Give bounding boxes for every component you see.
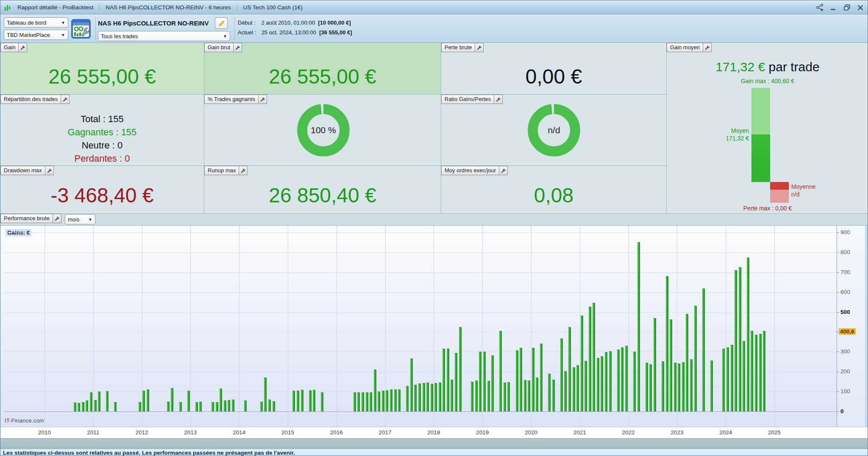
gain-bar: [459, 327, 462, 411]
gain-bar: [273, 401, 275, 411]
card-gain-brut-label: Gain brut: [205, 43, 233, 52]
window-title: Rapport détaillé - ProBacktest: [11, 4, 99, 11]
wrench-icon[interactable]: [45, 166, 53, 175]
x-tick-label: 2022: [615, 429, 642, 436]
moyen-label: Moyen 171,32 €: [726, 127, 749, 142]
gain-bar: [694, 306, 697, 411]
gain-bar: [625, 346, 628, 411]
gain-bar: [731, 345, 733, 411]
right-scroll-strip[interactable]: [865, 226, 868, 427]
repartition-rows: Total : 155Gagnantes : 155Neutre : 0Perd…: [0, 112, 204, 165]
gain-bar: [386, 390, 388, 411]
watermark: IT-Finance.com: [5, 417, 44, 424]
gain-bar: [743, 341, 745, 412]
gain-bar: [609, 351, 612, 411]
card-moy-ordres: Moy ordres exec/jour 0,08: [441, 166, 667, 214]
marketplace-select[interactable]: TBD MarketPlace ▼: [4, 30, 68, 40]
gain-bar: [560, 339, 563, 411]
gain-bar: [426, 383, 429, 411]
gain-bar: [702, 288, 705, 411]
gain-bar: [86, 400, 88, 411]
repartition-row: Total : 155: [0, 112, 204, 126]
y-tick-mark: [837, 252, 839, 253]
y-tick-label: 600: [840, 289, 850, 295]
y-axis: 1002003004005006007008009000400,6: [837, 226, 868, 427]
edit-strategy-button[interactable]: [215, 17, 228, 29]
wrench-icon[interactable]: [18, 43, 27, 52]
gain-bar: [747, 257, 749, 412]
repartition-row: Neutre : 0: [0, 139, 204, 152]
gain-bar: [734, 270, 737, 411]
wrench-icon[interactable]: [53, 214, 61, 223]
gain-bar: [418, 383, 421, 411]
pencil-icon: [217, 20, 225, 27]
gain-bar: [260, 402, 263, 411]
gain-bar: [297, 391, 299, 411]
trades-filter-select[interactable]: Tous les trades ▼: [98, 31, 230, 41]
gain-bar: [617, 350, 620, 411]
wrench-icon[interactable]: [703, 43, 711, 52]
year-gridline: [45, 226, 45, 427]
gain-bar: [710, 361, 713, 411]
gain-bar: [568, 327, 571, 411]
card-repartition: Répartition des trades Total : 155Gagnan…: [0, 95, 204, 166]
y-tick-label: 500: [840, 309, 850, 315]
gain-bar: [394, 389, 397, 411]
ratio-donut: n/d: [526, 102, 582, 158]
card-runup-chip: Runup max: [204, 166, 248, 175]
dashboard-select[interactable]: Tableau de bord ▼: [4, 17, 68, 28]
zero-line: [4, 411, 837, 412]
y-tick-label: 400,6: [839, 328, 856, 335]
gain-bar: [763, 331, 765, 411]
repartition-row: Perdantes : 0: [0, 152, 204, 165]
minimize-button[interactable]: [829, 3, 838, 12]
gain-bar: [686, 314, 688, 411]
gain-bar: [382, 391, 384, 411]
y-tick-mark: [837, 232, 839, 233]
x-tick-label: 2012: [128, 429, 156, 436]
wrench-icon[interactable]: [233, 43, 242, 52]
card-moy-ordres-chip: Moy ordres exec/jour: [441, 166, 508, 175]
pct-gagnants-donut: 100 %: [295, 102, 351, 158]
wrench-icon[interactable]: [239, 166, 247, 175]
wrench-icon[interactable]: [494, 95, 502, 104]
gain-bar: [722, 349, 725, 411]
wrench-icon[interactable]: [475, 43, 483, 52]
gain-bar: [321, 392, 323, 411]
gain-bar: [674, 363, 676, 411]
restore-button[interactable]: [842, 3, 851, 12]
gain-bar: [224, 400, 226, 411]
gain-bar: [378, 392, 380, 411]
gain-bar: [94, 400, 97, 411]
gain-bar: [353, 392, 356, 412]
share-icon[interactable]: [815, 3, 824, 12]
y-tick-mark: [837, 411, 839, 412]
year-gridline: [337, 226, 337, 427]
close-icon[interactable]: [856, 3, 865, 12]
card-gain-brut: Gain brut 26 555,00 €: [204, 43, 441, 95]
wrench-icon[interactable]: [258, 95, 267, 104]
gain-bar: [601, 356, 603, 411]
x-tick-label: 2011: [80, 429, 107, 436]
gain-bar: [654, 318, 656, 411]
gain-bar: [414, 385, 417, 411]
gridline: [4, 352, 837, 352]
performance-chart-panel: Gains: € IT-Finance.com 1002003004005006…: [0, 225, 868, 427]
card-moy-ordres-label: Moy ordres exec/jour: [442, 166, 499, 175]
period-select[interactable]: mois ▼: [65, 214, 95, 224]
gain-bar: [564, 371, 567, 411]
card-repartition-label: Répartition des trades: [1, 95, 61, 104]
gain-bar: [179, 402, 182, 411]
app-chart-icon: [0, 3, 11, 11]
wrench-icon[interactable]: [61, 95, 69, 104]
y-tick-label: 700: [840, 269, 850, 275]
gain-bar: [645, 363, 648, 411]
backtest-settings-icon[interactable]: [71, 19, 91, 39]
gain-bar: [666, 276, 668, 411]
wrench-icon[interactable]: [499, 166, 507, 175]
gain-bar: [142, 391, 145, 411]
year-gridline: [190, 226, 191, 427]
moy-ordres-value: 0,08: [441, 184, 666, 207]
y-tick-mark: [837, 292, 839, 293]
perte-max-label: Perte max : 0,00 €: [667, 205, 868, 212]
